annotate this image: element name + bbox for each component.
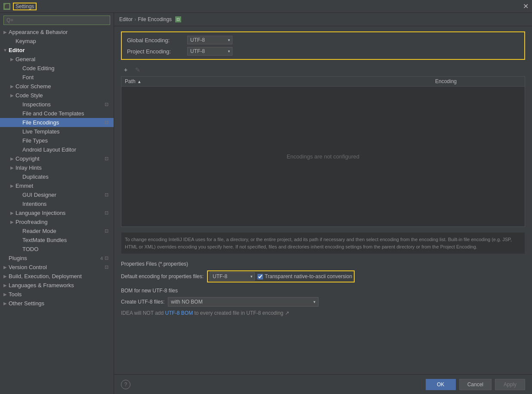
sidebar-item-color-scheme[interactable]: ▶Color Scheme xyxy=(0,82,114,91)
tree-arrow-copyright: ▶ xyxy=(9,156,15,161)
breadcrumb-file-encodings: File Encodings xyxy=(138,16,172,22)
sidebar-item-file-types[interactable]: File Types xyxy=(0,136,114,145)
sidebar-item-file-encodings[interactable]: File Encodings⊡ xyxy=(0,118,114,127)
sidebar-label-inspections: Inspections xyxy=(22,101,105,108)
table-header: Path ▲ Encoding xyxy=(121,77,525,87)
project-encoding-select-wrapper: UTF-8 ISO-8859-1 windows-1251 UTF-16 xyxy=(187,47,232,56)
project-encoding-label: Project Encoding: xyxy=(127,48,187,55)
sidebar-item-editor[interactable]: ▼Editor xyxy=(0,46,114,55)
ok-button[interactable]: OK xyxy=(426,379,456,390)
sidebar-label-tools: Tools xyxy=(9,291,110,298)
global-encoding-label: Global Encoding: xyxy=(127,37,187,43)
properties-encoding-row: Default encoding for properties files: U… xyxy=(121,270,525,282)
sidebar-item-font[interactable]: Font xyxy=(0,73,114,82)
tree-arrow-build-execution: ▶ xyxy=(2,274,9,279)
breadcrumb-sep: › xyxy=(134,16,136,22)
sidebar-item-file-code-templates[interactable]: File and Code Templates xyxy=(0,109,114,118)
sidebar-label-file-types: File Types xyxy=(22,137,110,144)
footer-right: OK Cancel Apply xyxy=(426,379,525,390)
cancel-button[interactable]: Cancel xyxy=(459,379,492,390)
bom-info-text: IDEA will NOT add UTF-8 BOM to every cre… xyxy=(121,310,525,316)
footer: ? OK Cancel Apply xyxy=(114,374,532,394)
tree-arrow-editor: ▼ xyxy=(2,48,9,53)
sidebar-item-intentions[interactable]: Intentions xyxy=(0,199,114,208)
sidebar-item-code-editing[interactable]: Code Editing xyxy=(0,64,114,73)
sidebar-item-inlay-hints[interactable]: ▶Inlay Hints xyxy=(0,163,114,172)
project-encoding-row: Project Encoding: UTF-8 ISO-8859-1 windo… xyxy=(127,47,519,56)
sidebar-label-file-code-templates: File and Code Templates xyxy=(22,110,110,117)
properties-encoding-select-wrapper: UTF-8 ISO-8859-1 windows-1251 xyxy=(210,272,255,281)
sidebar-item-tools[interactable]: ▶Tools xyxy=(0,290,114,299)
create-utf8-label: Create UTF-8 files: xyxy=(121,299,164,305)
sidebar-item-gui-designer[interactable]: GUI Designer⊡ xyxy=(0,190,114,199)
sidebar-label-color-scheme: Color Scheme xyxy=(15,83,110,90)
help-button[interactable]: ? xyxy=(121,380,130,389)
sidebar-item-proofreading[interactable]: ▶Proofreading xyxy=(0,217,114,226)
search-input[interactable] xyxy=(3,16,110,25)
sidebar: ▶Appearance & BehaviorKeymap▼Editor▶Gene… xyxy=(0,13,114,394)
sidebar-item-keymap[interactable]: Keymap xyxy=(0,37,114,46)
encoding-settings-box: Global Encoding: UTF-8 ISO-8859-1 window… xyxy=(121,31,525,60)
tree-badge2-language-injections: ⊡ xyxy=(105,210,108,216)
sidebar-item-other-settings[interactable]: ▶Other Settings xyxy=(0,299,114,308)
sidebar-item-version-control[interactable]: ▶Version Control⊡ xyxy=(0,263,114,272)
tree-badge-plugins: 4 xyxy=(100,256,103,261)
sidebar-label-inlay-hints: Inlay Hints xyxy=(15,164,110,171)
sidebar-label-appearance: Appearance & Behavior xyxy=(9,29,110,35)
transparent-conversion-label[interactable]: Transparent native-to-ascii conversion xyxy=(257,273,352,279)
sidebar-item-language-injections[interactable]: ▶Language Injections⊡ xyxy=(0,208,114,217)
sidebar-label-file-encodings: File Encodings xyxy=(22,119,105,126)
tree-badge2-inspections: ⊡ xyxy=(105,102,108,107)
sidebar-label-live-templates: Live Templates xyxy=(22,128,110,135)
sidebar-label-intentions: Intentions xyxy=(22,201,110,207)
bom-select-wrapper: with NO BOM with BOM with BOM (Windows o… xyxy=(168,297,319,307)
sidebar-label-keymap: Keymap xyxy=(15,38,110,44)
add-path-button[interactable]: + xyxy=(121,65,130,74)
breadcrumb: Editor › File Encodings ⊡ xyxy=(114,13,532,26)
sidebar-label-proofreading: Proofreading xyxy=(15,219,110,225)
sidebar-item-plugins[interactable]: Plugins4⊡ xyxy=(0,254,114,263)
sidebar-item-copyright[interactable]: ▶Copyright⊡ xyxy=(0,154,114,163)
path-table: Path ▲ Encoding Encodings are not config… xyxy=(121,76,525,227)
tree-badge2-plugins: ⊡ xyxy=(105,255,108,261)
sidebar-item-emmet[interactable]: ▶Emmet xyxy=(0,181,114,190)
transparent-conversion-checkbox[interactable] xyxy=(257,274,263,279)
tree-arrow-proofreading: ▶ xyxy=(9,220,15,224)
sidebar-item-reader-mode[interactable]: Reader Mode⊡ xyxy=(0,226,114,236)
properties-encoding-select[interactable]: UTF-8 ISO-8859-1 windows-1251 xyxy=(210,272,255,281)
sidebar-item-build-execution[interactable]: ▶Build, Execution, Deployment xyxy=(0,272,114,281)
sidebar-item-todo[interactable]: TODO xyxy=(0,245,114,254)
tree-arrow-emmet: ▶ xyxy=(9,183,15,188)
project-encoding-select[interactable]: UTF-8 ISO-8859-1 windows-1251 UTF-16 xyxy=(187,47,232,56)
bom-section: BOM for new UTF-8 files Create UTF-8 fil… xyxy=(121,286,525,316)
edit-path-button[interactable]: ✎ xyxy=(133,65,142,74)
global-encoding-row: Global Encoding: UTF-8 ISO-8859-1 window… xyxy=(127,36,519,44)
properties-section-title: Properties Files (*.properties) xyxy=(121,261,525,267)
sidebar-label-general: General xyxy=(15,56,110,62)
encoding-info-text: To change encoding IntelliJ IDEA uses fo… xyxy=(121,232,525,254)
sidebar-item-inspections[interactable]: Inspections⊡ xyxy=(0,100,114,109)
utf8-bom-link[interactable]: UTF-8 BOM xyxy=(165,310,193,316)
sidebar-label-copyright: Copyright xyxy=(15,155,105,162)
tree-badge2-version-control: ⊡ xyxy=(105,264,108,270)
sidebar-item-android-layout[interactable]: Android Layout Editor xyxy=(0,145,114,154)
sidebar-item-code-style[interactable]: ▶Code Style xyxy=(0,91,114,100)
sidebar-item-live-templates[interactable]: Live Templates xyxy=(0,127,114,136)
sidebar-label-languages-frameworks: Languages & Frameworks xyxy=(9,282,110,289)
sidebar-label-other-settings: Other Settings xyxy=(9,300,110,307)
sidebar-item-languages-frameworks[interactable]: ▶Languages & Frameworks xyxy=(0,281,114,290)
bom-select[interactable]: with NO BOM with BOM with BOM (Windows o… xyxy=(168,297,319,307)
sidebar-label-gui-designer: GUI Designer xyxy=(22,192,105,198)
global-encoding-select[interactable]: UTF-8 ISO-8859-1 windows-1251 UTF-16 xyxy=(187,36,232,44)
sidebar-item-appearance[interactable]: ▶Appearance & Behavior xyxy=(0,28,114,37)
sidebar-label-todo: TODO xyxy=(22,246,110,252)
tree-arrow-tools: ▶ xyxy=(2,292,9,297)
close-button[interactable]: ✕ xyxy=(523,2,529,10)
sidebar-label-font: Font xyxy=(22,74,110,81)
apply-button[interactable]: Apply xyxy=(495,379,525,390)
dialog-title: Settings xyxy=(13,3,37,10)
sidebar-item-duplicates[interactable]: Duplicates xyxy=(0,172,114,181)
sidebar-label-plugins: Plugins xyxy=(9,255,100,261)
sidebar-item-general[interactable]: ▶General xyxy=(0,55,114,64)
sidebar-item-textmate-bundles[interactable]: TextMate Bundles xyxy=(0,236,114,245)
